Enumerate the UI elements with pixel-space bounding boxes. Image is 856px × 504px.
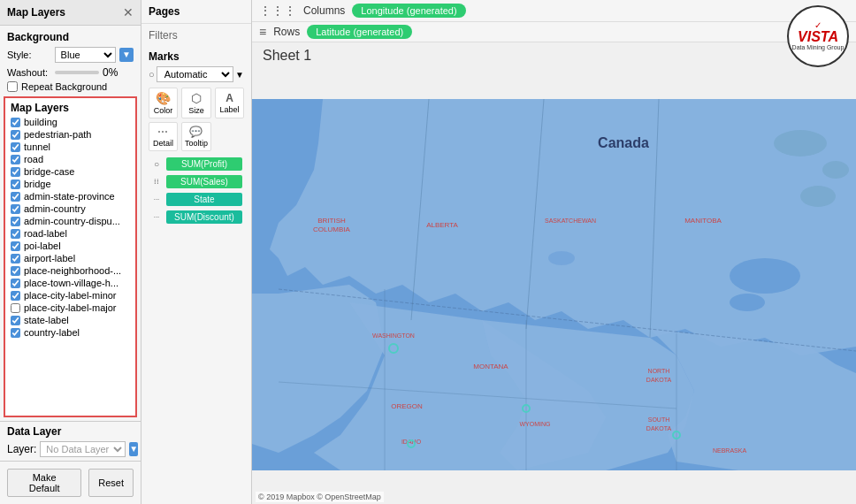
marks-type-select[interactable]: Automatic (157, 66, 233, 82)
style-select[interactable]: Blue (55, 47, 117, 63)
layer-label-9: road-label (24, 228, 67, 239)
layer-checkbox-12[interactable] (11, 266, 20, 276)
svg-text:COLUMBIA: COLUMBIA (313, 225, 350, 233)
svg-text:NORTH: NORTH (648, 368, 670, 374)
color-icon: 🎨 (156, 91, 171, 105)
svg-text:DAKOTA: DAKOTA (646, 425, 672, 431)
layer-item: road-label (5, 227, 135, 240)
layer-checkbox-17[interactable] (11, 328, 20, 338)
layer-checkbox-14[interactable] (11, 291, 20, 301)
make-default-button[interactable]: Make Default (7, 469, 81, 497)
map-layers-box: Map Layers buildingpedestrian-pathtunnel… (4, 96, 137, 417)
repeat-background-checkbox[interactable] (7, 81, 18, 92)
svg-point-5 (730, 294, 765, 311)
layer-label-8: admin-country-dispu... (24, 216, 120, 226)
svg-text:DAKOTA: DAKOTA (646, 377, 672, 383)
marks-size-button[interactable]: ⬡ Size (181, 88, 211, 118)
layer-checkbox-10[interactable] (11, 241, 20, 251)
layer-checkbox-8[interactable] (11, 217, 20, 226)
background-title: Background (0, 26, 141, 45)
label-icon: A (225, 92, 233, 104)
layer-label-2: tunnel (24, 141, 50, 152)
layer-label-10: poi-label (24, 241, 61, 251)
sales-badge[interactable]: SUM(Sales) (166, 175, 242, 188)
detail-icon: ⋯ (157, 126, 168, 138)
layer-checkbox-4[interactable] (11, 167, 20, 177)
svg-text:SOUTH: SOUTH (648, 416, 670, 423)
data-layer-arrow[interactable]: ▼ (129, 442, 138, 456)
logo-vista: VISTA (798, 30, 838, 44)
panel-title: Map Layers (7, 6, 65, 19)
svg-point-4 (730, 258, 800, 294)
size-icon: ⬡ (191, 91, 202, 105)
layer-item: tunnel (5, 141, 135, 153)
washout-value: 0% (103, 66, 118, 79)
layer-label-5: bridge (24, 179, 51, 189)
tooltip-label: Tooltip (185, 139, 208, 148)
layer-label-4: bridge-case (24, 166, 74, 177)
close-button[interactable]: ✕ (123, 5, 134, 19)
marks-label-button[interactable]: A Label (215, 88, 244, 118)
state-badge[interactable]: State (166, 193, 242, 206)
label-label: Label (219, 105, 239, 114)
marks-detail-button[interactable]: ⋯ Detail (149, 122, 178, 151)
marks-title: Marks (149, 50, 244, 63)
svg-text:WYOMING: WYOMING (520, 421, 551, 427)
marks-tooltip-button[interactable]: 💬 Tooltip (181, 122, 211, 151)
logo-subtitle: Data Mining Group (792, 44, 845, 51)
layer-checkbox-0[interactable] (11, 118, 20, 127)
bottom-buttons: Make Default Reset (0, 461, 141, 504)
rows-badge[interactable]: Latitude (generated) (307, 25, 412, 39)
marks-color-button[interactable]: 🎨 Color (149, 88, 178, 118)
layer-label-7: admin-country (24, 203, 86, 214)
sheet-title: Sheet 1 (252, 42, 856, 65)
layer-checkbox-2[interactable] (11, 142, 20, 152)
layer-checkbox-3[interactable] (11, 155, 20, 164)
style-dropdown-arrow[interactable]: ▼ (119, 48, 134, 62)
panel-header: Map Layers ✕ (0, 0, 141, 26)
left-panel: Map Layers ✕ Background Style: Blue ▼ Wa… (0, 0, 141, 504)
layer-checkbox-11[interactable] (11, 254, 20, 263)
layer-checkbox-13[interactable] (11, 279, 20, 288)
layer-item: bridge (5, 178, 135, 190)
discount-badge-row: ··· SUM(Discount) (149, 210, 244, 225)
marks-dropdown-arrow[interactable]: ▼ (235, 70, 244, 80)
svg-text:ALBERTA: ALBERTA (426, 221, 458, 229)
data-layer-section: Data Layer Layer: No Data Layer ▼ (0, 421, 141, 461)
layer-item: admin-state-province (5, 190, 135, 202)
layer-label-15: place-city-label-major (24, 302, 117, 313)
layer-item: state-label (5, 314, 135, 326)
rows-label: Rows (273, 26, 300, 38)
layer-checkbox-7[interactable] (11, 204, 20, 214)
layer-item: country-label (5, 326, 135, 339)
discount-badge[interactable]: SUM(Discount) (166, 210, 242, 224)
layer-label-3: road (24, 154, 43, 164)
layer-checkbox-6[interactable] (11, 192, 20, 202)
layer-label-16: state-label (24, 315, 69, 325)
layer-checkbox-1[interactable] (11, 130, 20, 140)
profit-badge[interactable]: SUM(Profit) (166, 157, 242, 171)
columns-badge[interactable]: Longitude (generated) (352, 4, 465, 18)
layers-container: buildingpedestrian-pathtunnelroadbridge-… (5, 116, 135, 339)
svg-point-6 (548, 251, 575, 265)
marks-type-row: ○ Automatic ▼ (149, 66, 244, 82)
svg-point-3 (800, 186, 836, 207)
layer-checkbox-15[interactable] (11, 303, 20, 313)
reset-button[interactable]: Reset (88, 469, 134, 497)
style-row: Style: Blue ▼ (0, 45, 141, 65)
tooltip-icon: 💬 (189, 126, 203, 138)
svg-text:Canada: Canada (598, 135, 649, 150)
state-icon: ··· (150, 194, 163, 206)
layer-checkbox-16[interactable] (11, 316, 20, 325)
data-layer-select[interactable]: No Data Layer (40, 441, 126, 457)
washout-label: Washout: (7, 67, 51, 78)
washout-slider[interactable] (55, 71, 99, 74)
svg-point-2 (822, 161, 849, 179)
layer-label-17: country-label (24, 327, 80, 338)
layer-item: airport-label (5, 252, 135, 264)
layer-checkbox-9[interactable] (11, 229, 20, 239)
layer-item: place-town-village-h... (5, 277, 135, 289)
svg-text:BRITISH: BRITISH (317, 217, 346, 225)
layer-checkbox-5[interactable] (11, 179, 20, 189)
layer-label-13: place-town-village-h... (24, 278, 118, 288)
